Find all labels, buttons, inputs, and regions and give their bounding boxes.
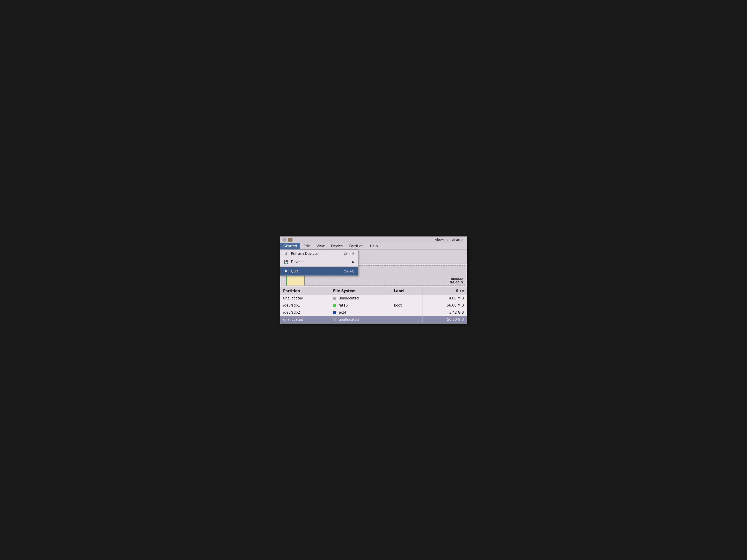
menu-item-devices[interactable]: 💾 Devices ▶ — [280, 258, 358, 266]
table-row[interactable]: /dev/sdb2 ext4 3.42 GiB — [280, 309, 467, 316]
partition-label: boot — [391, 302, 422, 309]
menu-item-devices-label: Devices — [291, 260, 304, 264]
devices-arrow-icon: ▶ — [353, 260, 355, 264]
partition-name: /dev/sdb1 — [280, 302, 330, 309]
window-icon — [288, 238, 292, 242]
partition-name: /dev/sdb2 — [280, 309, 330, 316]
menu-item-refresh[interactable]: ↺ Refresh Devices Ctrl+R — [280, 249, 358, 258]
menu-item-quit-shortcut: Ctrl+Q — [343, 269, 355, 273]
window-title: /dev/sdb - GParted — [435, 238, 465, 242]
col-header-filesystem: File System — [330, 287, 391, 295]
table-row[interactable]: unallocated unallocated 4.00 MiB — [280, 295, 467, 302]
partition-size: 56.00 MiB — [422, 302, 467, 309]
col-header-label: Label — [391, 287, 422, 295]
table-header-row: Partition File System Label Size — [280, 287, 467, 295]
unalloc-size-label: unalloc 56.00 G — [450, 277, 463, 284]
fs-color-icon — [333, 311, 336, 314]
partition-fs: ext4 — [330, 309, 391, 316]
quit-icon: ⮞ — [284, 269, 289, 274]
partition-label — [391, 295, 422, 302]
menu-item-quit-label: Quit — [291, 269, 298, 273]
partition-size: 4.00 MiB — [422, 295, 467, 302]
partition-size: 3.42 GiB — [422, 309, 467, 316]
table-row[interactable]: /dev/sdb1 fat16 boot 56.00 MiB — [280, 302, 467, 309]
menu-item-refresh-shortcut: Ctrl+R — [344, 252, 355, 256]
partition-name: unallocated — [280, 295, 330, 302]
menubar: GParted ↺ Refresh Devices Ctrl+R 💾 Devic… — [280, 243, 467, 249]
partition-fs: unallocated — [330, 316, 391, 323]
title-bar-left: ◠ — [282, 238, 292, 242]
col-header-partition: Partition — [280, 287, 330, 295]
menu-item-refresh-label: Refresh Devices — [291, 251, 318, 256]
menu-item-quit[interactable]: ⮞ Quit Ctrl+Q — [280, 267, 358, 275]
col-header-size: Size — [422, 287, 467, 295]
menu-gparted[interactable]: GParted ↺ Refresh Devices Ctrl+R 💾 Devic… — [280, 243, 300, 249]
partition-label — [391, 316, 422, 323]
table-row-selected[interactable]: unallocated unallocated 56.00 GiB — [280, 316, 467, 323]
gparted-dropdown: ↺ Refresh Devices Ctrl+R 💾 Devices ▶ ⮞ Q… — [280, 249, 358, 276]
main-window: ◠ /dev/sdb - GParted GParted ↺ Refresh D… — [280, 236, 467, 324]
fs-color-icon — [333, 304, 336, 307]
title-bar: ◠ /dev/sdb - GParted — [280, 237, 467, 243]
partition-size: 56.00 GiB — [422, 316, 467, 323]
partition-table: Partition File System Label Size unalloc… — [280, 287, 467, 323]
menu-device[interactable]: Device — [328, 243, 346, 249]
menu-view[interactable]: View — [313, 243, 328, 249]
devices-icon: 💾 — [284, 260, 289, 264]
menu-help[interactable]: Help — [367, 243, 381, 249]
partition-label — [391, 309, 422, 316]
refresh-icon: ↺ — [284, 251, 289, 256]
menu-partition[interactable]: Partition — [346, 243, 367, 249]
fs-color-icon — [333, 297, 336, 300]
fs-color-icon — [333, 318, 336, 321]
partition-fs: unallocated — [330, 295, 391, 302]
partition-fs: fat16 — [330, 302, 391, 309]
partition-name: unallocated — [280, 316, 330, 323]
app-icon: ◠ — [282, 238, 286, 242]
menu-edit[interactable]: Edit — [300, 243, 313, 249]
